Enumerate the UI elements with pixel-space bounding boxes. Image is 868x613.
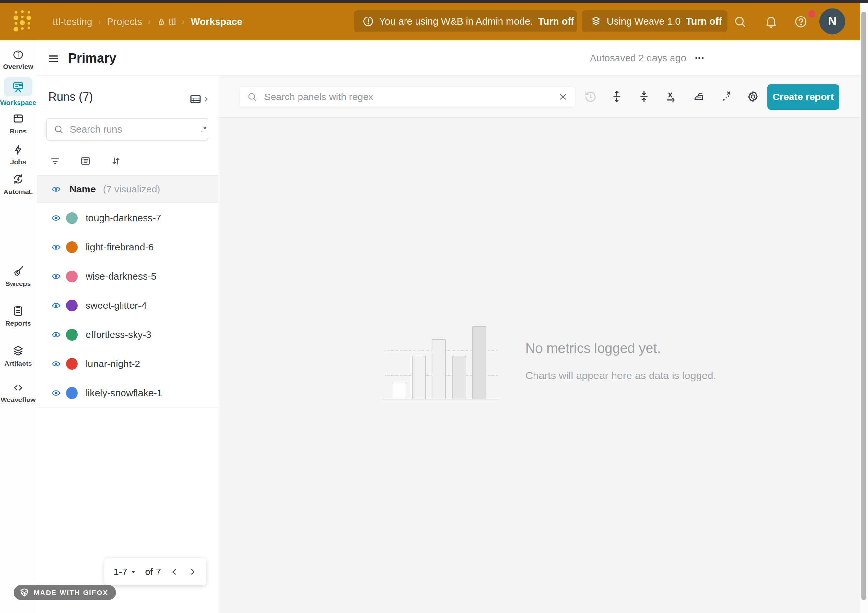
breadcrumb-projects[interactable]: Projects [107,16,142,27]
weave-banner[interactable]: Using Weave 1.0 Turn off [582,10,727,33]
previous-page-icon[interactable] [169,567,179,577]
run-color-dot [66,241,78,253]
x-axis-settings-icon[interactable] [665,90,678,103]
user-avatar[interactable]: N [819,8,845,34]
run-row[interactable]: likely-snowflake-1 [37,378,218,407]
expand-panels-icon[interactable] [610,90,623,103]
runs-panel: Runs (7) .* [37,76,218,613]
more-options-icon[interactable] [690,52,708,64]
admin-mode-banner[interactable]: You are using W&B in Admin mode. Turn of… [354,10,577,33]
weave-turn-off-button[interactable]: Turn off [686,16,722,27]
runs-filter-toolbar [50,156,122,167]
run-name[interactable]: wise-darkness-5 [85,271,156,282]
runs-table-icon [12,112,24,125]
notifications-bell-icon[interactable] [764,15,778,28]
runs-search-input[interactable] [69,124,195,135]
runs-search-field[interactable]: .* [46,118,208,141]
page-range-dropdown[interactable]: 1-7 [113,567,136,577]
admin-banner-text: You are using W&B in Admin mode. [379,16,533,27]
chevron-right-icon [202,95,210,103]
empty-chart-bar [472,326,486,399]
visibility-eye-icon[interactable] [50,388,62,398]
sidebar-item-runs[interactable]: Runs [0,112,36,135]
runs-pagination: 1-7 of 7 [104,558,206,585]
topbar: ttl-testing › Projects › ttl › Workspace [0,3,860,40]
gifox-watermark: MADE WITH GIFOX [14,585,116,600]
fox-icon [19,587,30,598]
empty-state-title: No metrics logged yet. [525,341,661,356]
layers-icon [591,16,601,27]
empty-chart-bar [432,339,446,399]
sort-icon[interactable] [110,156,122,167]
run-name[interactable]: light-firebrand-6 [85,242,153,253]
empty-chart-bar [453,356,467,399]
sidebar-item-automations[interactable]: Automat. [0,173,36,196]
next-page-icon[interactable] [188,567,197,577]
column-name-label[interactable]: Name [69,184,96,195]
sidebar-item-workspace[interactable]: Workspace [0,77,36,107]
sidebar-item-sweeps[interactable]: Sweeps [0,265,36,288]
visibility-eye-icon[interactable] [50,271,62,281]
run-row[interactable]: tough-darkness-7 [37,203,218,233]
sidebar-item-jobs[interactable]: Jobs [0,144,36,166]
run-name[interactable]: sweet-glitter-4 [85,300,147,311]
create-report-button[interactable]: Create report [767,84,839,110]
history-icon[interactable] [583,90,598,104]
collapse-panels-icon[interactable] [637,90,651,103]
help-icon[interactable] [794,15,808,28]
panel-actions [610,90,760,103]
broom-icon [12,265,24,277]
visibility-eye-icon[interactable] [50,301,62,310]
run-name[interactable]: lunar-night-2 [85,358,140,369]
clear-search-icon[interactable] [558,92,568,102]
visibility-eye-icon[interactable] [50,359,62,369]
settings-gear-icon[interactable] [746,90,760,103]
chart-baseline [383,399,500,399]
admin-turn-off-button[interactable]: Turn off [538,16,574,27]
run-color-dot [66,387,78,399]
run-row[interactable]: wise-darkness-5 [37,262,218,291]
sidebar-item-reports[interactable]: Reports [0,305,36,327]
search-icon[interactable] [733,15,747,28]
workspace-header: Primary Primary Draft Autosaved 2 days a… [0,40,860,76]
wandb-logo-icon[interactable] [13,9,32,34]
run-name[interactable]: effortless-sky-3 [85,329,151,340]
panel-search-input[interactable] [264,91,552,103]
empty-chart-bar [392,382,406,399]
outliers-icon[interactable] [719,90,732,103]
run-name[interactable]: tough-darkness-7 [85,212,161,224]
breadcrumb-entity[interactable]: ttl-testing [53,16,92,27]
window-top-strip [0,0,868,3]
visibility-eye-icon[interactable] [50,242,62,252]
run-row[interactable]: effortless-sky-3 [37,320,218,349]
empty-state-subtitle: Charts will appear here as data is logge… [525,370,716,382]
sidebar-item-artifacts[interactable]: Artifacts [0,345,36,367]
run-row[interactable]: lunar-night-2 [37,349,218,378]
breadcrumb-current-page[interactable]: Workspace [191,16,242,27]
sidebar-item-weaveflow[interactable]: Weaveflow [0,382,36,404]
panel-search-field[interactable] [239,86,575,108]
group-list-icon[interactable] [80,156,91,167]
visibility-eye-icon[interactable] [50,213,62,223]
run-color-dot [66,300,78,311]
filter-funnel-icon[interactable] [50,156,60,167]
info-icon [12,49,24,60]
regex-toggle[interactable]: .* [201,124,207,135]
run-name[interactable]: likely-snowflake-1 [85,387,163,398]
sidebar-item-overview[interactable]: Overview [0,49,36,71]
visibility-eye-icon[interactable] [50,330,62,339]
search-icon [246,91,258,102]
empty-chart-bar [412,356,426,399]
search-icon [53,124,64,135]
scrollbar-thumb[interactable] [861,12,866,600]
runs-table-expand-button[interactable] [189,93,210,105]
visibility-eye-icon[interactable] [50,184,62,194]
run-color-dot [66,358,78,370]
smoothing-iron-icon[interactable] [692,90,705,103]
run-row[interactable]: light-firebrand-6 [37,233,218,262]
breadcrumb-project[interactable]: ttl [157,16,176,27]
menu-hamburger-icon[interactable] [47,53,60,65]
lightning-icon [12,144,24,156]
run-row[interactable]: sweet-glitter-4 [37,291,218,320]
weave-banner-text: Using Weave 1.0 [607,16,680,27]
